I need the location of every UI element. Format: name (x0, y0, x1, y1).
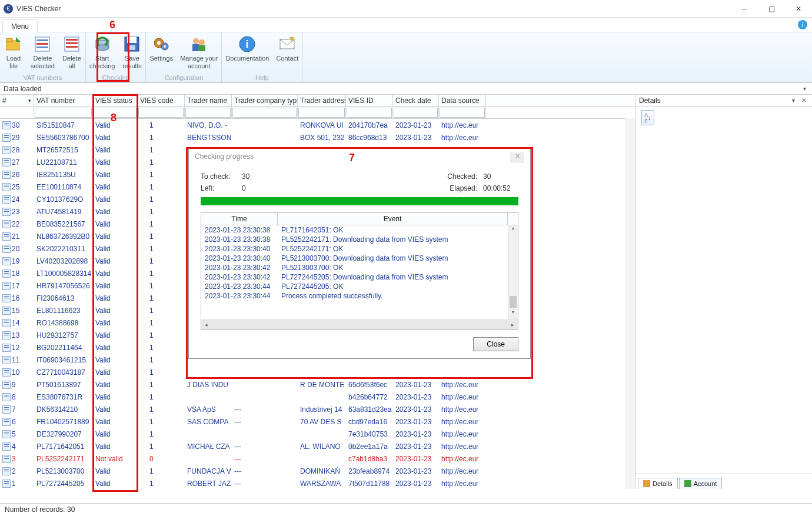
delete-all-button[interactable]: Deleteall (58, 32, 85, 74)
table-cell: 1 (138, 381, 185, 389)
info-icon[interactable]: i (798, 20, 807, 29)
footer: Number of records: 30 (0, 503, 812, 516)
delete-selected-button[interactable]: Deleteselected (27, 32, 58, 74)
menu-tab[interactable]: Menu (2, 19, 38, 32)
row-icon (2, 480, 11, 488)
table-row[interactable]: 4PL7171642051Valid1MICHAŁ CZA---AL. WILA… (0, 440, 635, 452)
settings-button[interactable]: Settings (146, 32, 177, 74)
table-cell: Valid (93, 442, 138, 451)
column-header[interactable]: VIES code (138, 95, 185, 106)
dialog-close-button[interactable]: Close (473, 337, 518, 351)
settings-icon (152, 35, 171, 54)
table-cell: cbd97eda16 (346, 418, 393, 426)
column-header[interactable]: #▾ (0, 95, 34, 106)
log-vertical-scrollbar[interactable]: ▴ ▾ (508, 225, 518, 319)
table-row[interactable]: 7DK56314210Valid1VSA ApS---Industrivej 1… (0, 403, 635, 415)
table-row[interactable]: 3PL5252242171Not valid0---c7ab1d8ba32023… (0, 452, 635, 465)
load-file-label: Loadfile (6, 55, 21, 70)
table-cell: 4 (0, 442, 34, 451)
status-dropdown-icon[interactable]: ▾ (803, 85, 808, 92)
row-icon (2, 121, 11, 129)
column-filter-input[interactable] (298, 108, 345, 118)
table-cell: 24 (0, 195, 34, 204)
table-cell: Industrivej 14 (298, 405, 346, 414)
column-header[interactable]: VAT number (34, 95, 93, 106)
status-line: Data loaded ▾ (0, 83, 812, 95)
column-header[interactable]: Data source (439, 95, 486, 106)
table-cell: 1 (138, 171, 185, 179)
table-cell: 7 (0, 405, 34, 414)
grid-scrollbar[interactable] (625, 118, 635, 489)
svg-rect-14 (127, 37, 137, 43)
column-header[interactable]: Trader address (298, 95, 346, 106)
close-window-button[interactable]: ✕ (785, 0, 812, 18)
table-cell: b426b64772 (346, 393, 393, 401)
column-filter-input[interactable] (440, 108, 485, 118)
table-row[interactable]: 9PT501613897Valid1J DIAS INDUR DE MONTE6… (0, 378, 635, 391)
row-icon (2, 381, 11, 389)
table-cell: 30 (0, 121, 34, 129)
table-cell: 22 (0, 220, 34, 228)
svg-point-22 (199, 39, 205, 45)
details-close-icon[interactable]: ✕ (801, 97, 808, 104)
table-row[interactable]: 10CZ7710043187Valid1 (0, 366, 635, 378)
column-header[interactable]: Trader company type (232, 95, 298, 106)
maximize-button[interactable]: ▢ (758, 0, 785, 18)
column-filter-input[interactable] (35, 108, 92, 118)
table-cell: ATU74581419 (34, 208, 93, 216)
row-icon (2, 171, 11, 179)
minimize-button[interactable]: ─ (731, 0, 758, 18)
dialog-close-x[interactable]: ✕ (510, 152, 524, 163)
details-pin-icon[interactable]: ▾ (792, 97, 797, 104)
column-header[interactable]: VIES status (93, 95, 138, 106)
table-cell: http://ec.eur (439, 480, 486, 488)
row-icon (2, 344, 11, 352)
sort-button[interactable]: AZ ↓ (641, 110, 654, 125)
log-event: PL5213003700: Downloading data from VIES… (278, 254, 518, 262)
column-filter-input[interactable] (138, 108, 184, 118)
save-results-button[interactable]: Saveresults (118, 32, 145, 74)
table-cell: 1 (138, 344, 185, 352)
table-row[interactable]: 1PL7272445205Valid1ROBERT JAZ---WARSZAWA… (0, 477, 635, 489)
table-cell: NL863726392B0 (34, 232, 93, 241)
table-cell: 8 (0, 393, 34, 401)
table-row[interactable]: 6FR10402571889Valid1SAS COMPA---70 AV DE… (0, 415, 635, 428)
table-cell: 1 (138, 442, 185, 451)
log-event: PL5252242171: OK (278, 245, 518, 253)
table-cell: 21 (0, 232, 34, 241)
table-cell: 1 (138, 430, 185, 438)
table-cell: 1 (138, 195, 185, 204)
table-cell: 16 (0, 294, 34, 302)
column-header[interactable]: VIES ID (346, 95, 393, 106)
documentation-icon: i (238, 35, 257, 54)
table-row[interactable]: 5DE327990207Valid17e31b407532023-01-23ht… (0, 428, 635, 440)
tab-details[interactable]: Details (638, 478, 678, 489)
table-cell: 19 (0, 257, 34, 265)
table-row[interactable]: 29SE55603786700Valid1BENGTSSONBOX 501, 2… (0, 131, 635, 144)
row-icon (2, 269, 11, 278)
documentation-button[interactable]: iDocumentation (222, 32, 272, 74)
column-filter-input[interactable] (394, 108, 438, 118)
column-header[interactable]: Check date (393, 95, 439, 106)
contact-button[interactable]: Contact (272, 32, 302, 74)
load-file-button[interactable]: Loadfile (0, 32, 27, 74)
table-cell: Valid (93, 368, 138, 377)
table-row[interactable]: 8ES38076731RValid1b426b647722023-01-23ht… (0, 391, 635, 403)
table-cell: 1 (138, 356, 185, 364)
column-filter-input[interactable] (232, 108, 297, 118)
column-filter-input[interactable] (347, 108, 392, 118)
start-checking-button[interactable]: Startchecking (86, 32, 118, 74)
tab-account[interactable]: Account (679, 478, 723, 489)
log-header-time[interactable]: Time (201, 213, 278, 225)
manage-account-button[interactable]: Manage youraccount (177, 32, 221, 74)
table-cell: 2023-01-23 (393, 467, 439, 475)
column-header[interactable]: Trader name (185, 95, 232, 106)
table-cell: 2023-01-23 (393, 381, 439, 389)
column-filter-input[interactable] (185, 108, 231, 118)
table-cell: BG202211464 (34, 344, 93, 352)
table-row[interactable]: 30SI51510847Valid1NIVO, D.O. -RONKOVA UI… (0, 119, 635, 131)
table-cell: WARSZAWA (298, 480, 346, 488)
table-row[interactable]: 2PL5213003700Valid1FUNDACJA V---DOMINIKA… (0, 465, 635, 477)
log-header-event[interactable]: Event (278, 213, 508, 225)
log-horizontal-scrollbar[interactable]: ◂▸ (201, 319, 518, 329)
